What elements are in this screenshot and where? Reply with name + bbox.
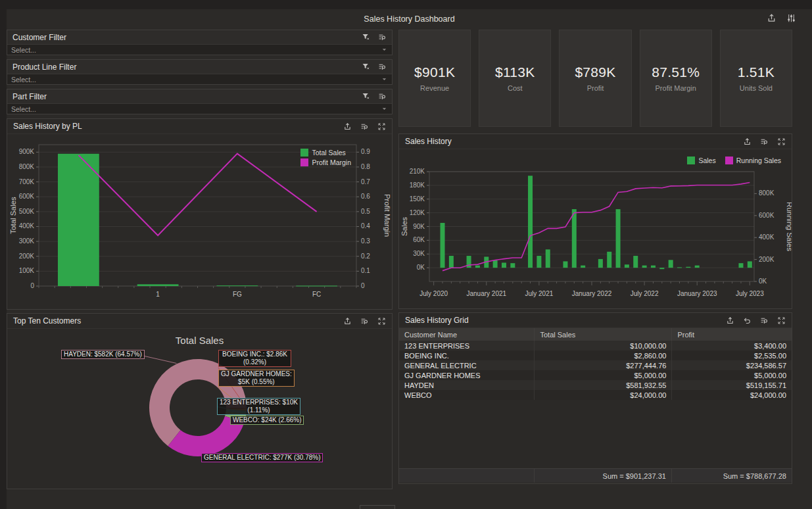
column-header-total-sales[interactable]: Total Sales (535, 328, 672, 341)
clear-filter-icon[interactable] (362, 92, 370, 101)
filter-editor-icon[interactable] (360, 317, 369, 326)
filter-combobox[interactable]: Select... (7, 74, 392, 84)
cell-customer-name: WEBCO (399, 390, 535, 400)
maximize-icon[interactable] (777, 137, 786, 146)
panel-title: Sales History (405, 137, 452, 146)
export-icon[interactable] (343, 317, 352, 326)
grid-data-row[interactable]: GENERAL ELECTRIC $277,444.76 $234,586.57 (399, 360, 792, 370)
kpi-card[interactable]: $113K Cost (479, 30, 551, 127)
sales-bar (598, 259, 603, 268)
sales-bar (651, 266, 656, 268)
cell-total-sales: $581,932.55 (535, 380, 672, 390)
top-ten-customers-panel: Top Ten Customers Total Sales HAYDEN: $5… (7, 313, 393, 489)
svg-text:FC: FC (312, 291, 321, 298)
export-icon[interactable] (343, 122, 352, 131)
kpi-label: Profit (587, 84, 604, 92)
svg-text:FG: FG (233, 291, 242, 298)
filter-editor-icon[interactable] (378, 62, 387, 71)
caret-down-icon[interactable] (381, 46, 388, 53)
sales-history-chart[interactable]: Sales Running Sales 0K30K60K90K120K150K1… (399, 149, 792, 308)
svg-text:800K: 800K (759, 189, 775, 197)
legend-swatch (725, 157, 733, 164)
kpi-card[interactable]: $789K Profit (559, 30, 631, 127)
donut-label-5: GENERAL ELECTRIC: $277K (30.78%) (201, 453, 323, 462)
donut-label-1: BOEING INC.: $2.86K(0.32%) (218, 350, 291, 367)
bar-1 (137, 284, 179, 286)
kpi-label: Revenue (420, 84, 449, 92)
column-header-profit[interactable]: Profit (672, 328, 792, 341)
clear-filter-icon[interactable] (362, 33, 370, 41)
filter-editor-icon[interactable] (760, 316, 769, 325)
profit-margin-line (78, 154, 316, 235)
dashboard-content: Customer Filter Select... Product Line F… (7, 30, 792, 509)
kpi-card[interactable]: 1.51K Units Sold (720, 30, 792, 127)
svg-text:500K: 500K (19, 208, 35, 215)
filter-editor-icon[interactable] (378, 92, 387, 101)
svg-text:0K: 0K (759, 278, 767, 285)
grid-data-row[interactable]: GJ GARDNER HOMES $5,000.00 $5,000.00 (399, 370, 792, 380)
dashboard-title: Sales History Dashboard (7, 14, 812, 24)
maximize-icon[interactable] (377, 317, 386, 326)
kpi-card[interactable]: 87.51% Profit Margin (640, 30, 712, 127)
svg-text:210K: 210K (410, 168, 425, 175)
filter-editor-icon[interactable] (760, 137, 769, 146)
legend-label: Sales (698, 157, 715, 164)
svg-text:Running Sales: Running Sales (786, 202, 792, 251)
svg-text:Sales: Sales (400, 217, 408, 236)
column-header-customer-name[interactable]: Customer Name (399, 328, 535, 341)
cell-customer-name: GENERAL ELECTRIC (399, 360, 535, 370)
cell-profit: $3,400.00 (672, 341, 792, 351)
legend-item[interactable]: Sales (687, 157, 715, 164)
svg-text:0: 0 (361, 282, 365, 289)
sales-bar (510, 263, 515, 268)
panel-title: Top Ten Customers (13, 316, 81, 326)
sales-history-grid: Customer Name Total Sales Profit 123 ENT… (399, 328, 792, 400)
filter-editor-icon[interactable] (378, 33, 387, 41)
svg-text:0.6: 0.6 (361, 193, 370, 200)
cell-total-sales: $10,000.00 (535, 341, 672, 351)
export-icon[interactable] (726, 316, 734, 325)
svg-text:July 2022: July 2022 (631, 290, 659, 297)
kpi-card[interactable]: $901K Revenue (398, 30, 471, 127)
legend-item[interactable]: Total Sales (300, 149, 351, 157)
grid-data-row[interactable]: HAYDEN $581,932.55 $519,155.71 (399, 380, 792, 390)
sales-bar (493, 260, 498, 268)
svg-text:180K: 180K (410, 182, 425, 189)
legend-item[interactable]: Running Sales (725, 157, 781, 164)
donut-label-4: WEBCO: $24K (2.66%) (230, 416, 304, 425)
export-icon[interactable] (767, 13, 776, 23)
caret-down-icon[interactable] (381, 105, 388, 112)
donut-label-2: GJ GARDNER HOMES:$5K (0.55%) (218, 370, 295, 387)
undo-icon[interactable] (743, 316, 752, 325)
sales-history-by-pl-chart[interactable]: Total Sales Profit Margin 0100K200K300K4… (7, 134, 392, 308)
panel-caption: Sales History Grid (399, 313, 792, 328)
legend-label: Running Sales (736, 157, 781, 164)
cell-profit: $2,535.00 (672, 351, 792, 360)
export-icon[interactable] (743, 137, 752, 146)
svg-text:0.1: 0.1 (361, 267, 370, 274)
cell-total-sales: $24,000.00 (535, 390, 672, 400)
grid-data-row[interactable]: WEBCO $24,000.00 $24,000.00 (399, 390, 792, 400)
filter-editor-icon[interactable] (360, 122, 369, 131)
cell-profit: $234,586.57 (672, 360, 792, 370)
filter-combobox[interactable]: Select... (7, 103, 392, 114)
maximize-icon[interactable] (777, 316, 786, 325)
legend-label: Total Sales (312, 149, 345, 157)
sales-bar (546, 249, 550, 268)
grid-data-row[interactable]: 123 ENTERPRISES $10,000.00 $3,400.00 (399, 341, 792, 351)
cell-customer-name: BOEING INC. (399, 351, 535, 360)
caret-down-icon[interactable] (381, 76, 388, 83)
left-column: Customer Filter Select... Product Line F… (7, 30, 393, 509)
filter-combobox[interactable]: Select... (7, 44, 392, 55)
parameters-icon[interactable] (786, 13, 796, 23)
grid-data-row[interactable]: BOEING INC. $2,860.00 $2,535.00 (399, 351, 792, 360)
right-column: $901K Revenue $113K Cost $789K Profit 87… (398, 30, 792, 509)
filter-caption: Part Filter (7, 89, 392, 103)
clear-filter-icon[interactable] (362, 62, 370, 71)
legend-item[interactable]: Profit Margin (300, 158, 351, 166)
top-ten-customers-chart[interactable]: Total Sales HAYDEN: $582K (64.57%)BOEING… (7, 329, 392, 488)
sales-bar (528, 176, 533, 268)
legend-swatch (687, 157, 695, 164)
sales-history-grid-panel: Sales History Grid Customer Name Total S… (398, 312, 792, 484)
maximize-icon[interactable] (377, 122, 386, 131)
